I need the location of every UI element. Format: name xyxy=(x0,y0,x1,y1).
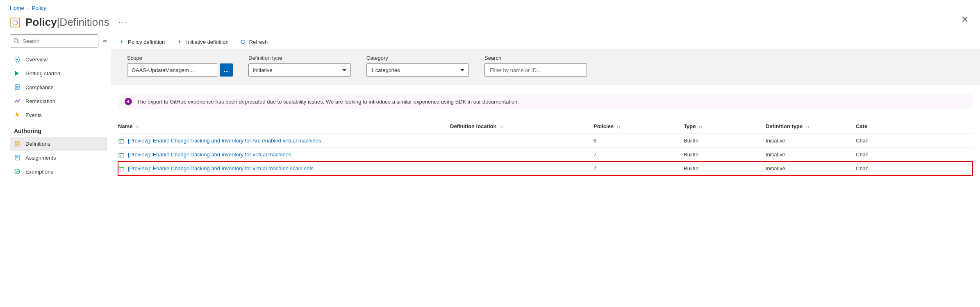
sidebar-section-authoring: Authoring xyxy=(10,122,107,137)
initiative-icon xyxy=(118,151,125,158)
definitions-icon xyxy=(14,140,20,147)
svg-rect-15 xyxy=(119,153,124,154)
column-name[interactable]: Name↑↓ xyxy=(118,123,450,129)
definition-link[interactable]: [Preview]: Enable ChangeTracking and Inv… xyxy=(128,151,291,158)
cell-category: Chan xyxy=(856,151,973,158)
cell-deftype: Initiative xyxy=(766,165,856,172)
column-name-label: Name xyxy=(118,123,132,129)
sidebar-item-compliance[interactable]: Compliance xyxy=(10,80,107,94)
sidebar-item-exemptions[interactable]: Exemptions xyxy=(10,165,107,178)
svg-point-5 xyxy=(16,59,18,60)
refresh-button[interactable]: Refresh xyxy=(240,39,268,45)
overview-icon xyxy=(14,56,20,63)
definition-link[interactable]: [Preview]: Enable ChangeTracking and Inv… xyxy=(128,165,314,172)
search-icon xyxy=(14,38,19,44)
column-policies-label: Policies xyxy=(593,123,614,129)
svg-rect-12 xyxy=(119,139,124,140)
svg-point-16 xyxy=(120,155,121,156)
nav-item-label: Compliance xyxy=(25,84,54,90)
plus-icon: ＋ xyxy=(118,38,125,45)
title-bar: Policy | Definitions ··· ✕ xyxy=(0,14,980,34)
filter-scope-label: Scope xyxy=(127,55,233,61)
cell-policies: 7 xyxy=(593,165,684,172)
cell-category: Chan xyxy=(856,138,973,144)
sort-icon: ↑↓ xyxy=(616,124,621,129)
getting-started-icon xyxy=(14,70,20,77)
filter-category-dropdown[interactable]: 1 categories xyxy=(366,63,469,77)
breadcrumb-home[interactable]: Home xyxy=(10,5,24,11)
close-icon[interactable]: ✕ xyxy=(961,14,969,25)
more-menu-button[interactable]: ··· xyxy=(118,18,127,27)
filter-deftype-value: Initiative xyxy=(253,67,273,73)
sidebar-item-events[interactable]: Events xyxy=(10,108,107,122)
column-policies[interactable]: Policies↑↓ xyxy=(593,123,684,129)
filter-search-input[interactable] xyxy=(489,67,582,74)
sidebar-collapse-icon[interactable]: ≪ xyxy=(102,38,107,44)
column-deftype[interactable]: Definition type↑↓ xyxy=(766,123,856,129)
definition-link[interactable]: [Preview]: Enable ChangeTracking and Inv… xyxy=(128,138,321,144)
notice-text: The export to GitHub experience has been… xyxy=(137,99,519,105)
column-location-label: Definition location xyxy=(450,123,496,129)
column-location[interactable]: Definition location↑↓ xyxy=(450,123,593,129)
filter-category-value: 1 categories xyxy=(371,67,400,73)
toolbar-initiative-def-label: Initiative definition xyxy=(186,39,228,45)
sidebar-item-definitions[interactable]: Definitions xyxy=(10,137,107,151)
cell-type: BuiltIn xyxy=(684,151,766,158)
sidebar-search[interactable] xyxy=(10,34,98,47)
column-type[interactable]: Type↑↓ xyxy=(684,123,766,129)
cell-deftype: Initiative xyxy=(766,151,856,158)
sort-icon: ↑↓ xyxy=(698,124,703,129)
cell-policies: 7 xyxy=(593,151,684,158)
sidebar-item-getting-started[interactable]: Getting started xyxy=(10,66,107,80)
page-title-main: Policy xyxy=(25,16,57,29)
toolbar-refresh-label: Refresh xyxy=(249,39,268,45)
add-initiative-definition-button[interactable]: ＋ Initiative definition xyxy=(176,38,228,45)
svg-marker-1 xyxy=(13,20,18,25)
plus-icon: ＋ xyxy=(176,38,183,45)
sidebar-search-input[interactable] xyxy=(22,38,95,45)
svg-point-19 xyxy=(120,169,121,170)
sidebar-item-remediation[interactable]: Remediation xyxy=(10,94,107,108)
filter-bar: Scope OAAS-UpdateManagem… … Definition t… xyxy=(111,49,980,85)
breadcrumb: Home › Policy xyxy=(0,0,980,14)
cell-type: BuiltIn xyxy=(684,138,766,144)
nav-item-label: Events xyxy=(25,112,42,118)
cell-deftype: Initiative xyxy=(766,138,856,144)
sidebar-item-assignments[interactable]: Assignments xyxy=(10,151,107,165)
nav-item-label: Getting started xyxy=(25,70,60,77)
toolbar-policy-def-label: Policy definition xyxy=(128,39,165,45)
column-category[interactable]: Cate xyxy=(856,123,973,129)
sidebar: ≪ OverviewGetting startedComplianceRemed… xyxy=(0,34,111,178)
table-row[interactable]: [Preview]: Enable ChangeTracking and Inv… xyxy=(118,162,973,176)
breadcrumb-policy[interactable]: Policy xyxy=(32,5,46,11)
sort-icon: ↑↓ xyxy=(499,124,503,129)
nav-item-label: Remediation xyxy=(25,98,55,104)
cell-policies: 6 xyxy=(593,138,684,144)
column-category-label: Cate xyxy=(856,123,867,129)
sort-icon: ↑↓ xyxy=(135,124,139,129)
filter-scope-field[interactable]: OAAS-UpdateManagem… xyxy=(127,63,217,77)
filter-category-label: Category xyxy=(366,55,469,61)
refresh-icon xyxy=(240,39,246,45)
megaphone-icon xyxy=(125,98,132,105)
table-row[interactable]: [Preview]: Enable ChangeTracking and Inv… xyxy=(118,148,973,162)
cell-type: BuiltIn xyxy=(684,165,766,172)
nav-item-label: Assignments xyxy=(25,155,56,161)
initiative-icon xyxy=(118,138,125,144)
svg-line-3 xyxy=(17,42,18,43)
scope-picker-button[interactable]: … xyxy=(220,63,233,77)
table-row[interactable]: [Preview]: Enable ChangeTracking and Inv… xyxy=(118,134,973,148)
filter-search-field[interactable] xyxy=(484,63,587,77)
add-policy-definition-button[interactable]: ＋ Policy definition xyxy=(118,38,165,45)
events-icon xyxy=(14,112,20,118)
svg-point-13 xyxy=(120,141,121,142)
svg-rect-7 xyxy=(15,141,19,146)
nav-item-label: Exemptions xyxy=(25,169,53,175)
deprecation-notice: The export to GitHub experience has been… xyxy=(118,94,973,109)
policy-service-icon xyxy=(10,17,20,28)
sidebar-item-overview[interactable]: Overview xyxy=(10,52,107,66)
nav-item-label: Overview xyxy=(25,56,48,63)
definitions-table: Name↑↓ Definition location↑↓ Policies↑↓ … xyxy=(118,119,973,176)
filter-deftype-dropdown[interactable]: Initiative xyxy=(248,63,351,77)
column-type-label: Type xyxy=(684,123,696,129)
